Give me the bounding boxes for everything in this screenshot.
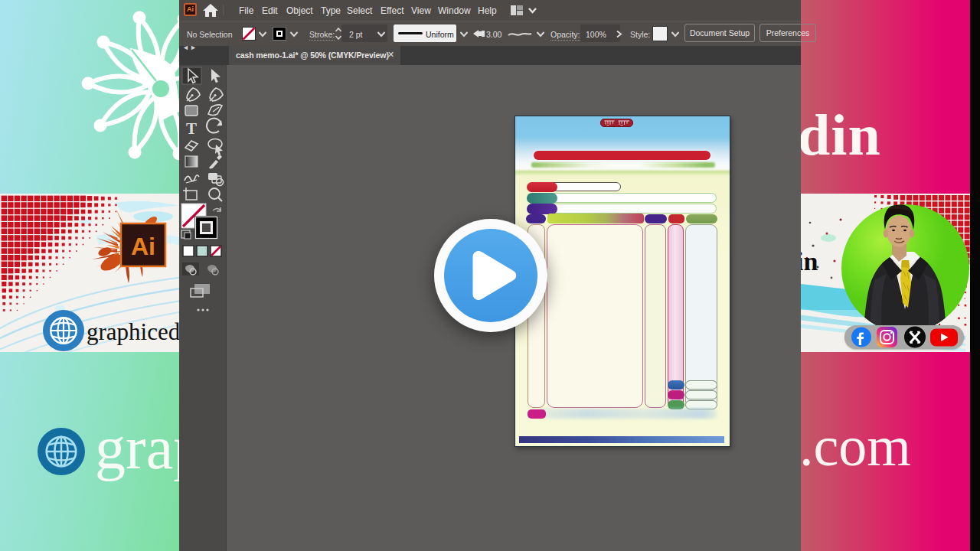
- svg-text:T: T: [186, 119, 197, 138]
- svg-text:Ai: Ai: [131, 233, 155, 260]
